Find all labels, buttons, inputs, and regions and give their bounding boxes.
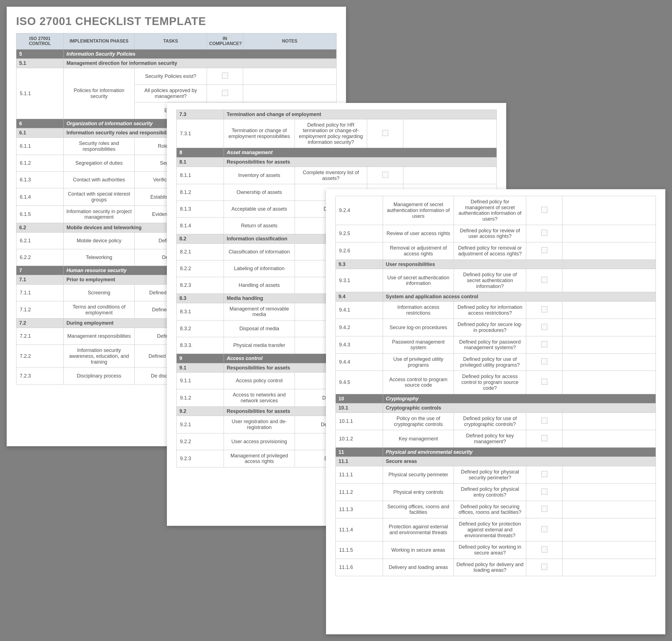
phase-cell: Use of privileged utility programs bbox=[383, 354, 454, 371]
task-cell: Defined policy for HR termination or cha… bbox=[295, 119, 367, 148]
compliance-cell bbox=[526, 196, 562, 225]
phase-cell: Physical security perimeter bbox=[383, 466, 454, 483]
checkbox-icon[interactable] bbox=[541, 506, 547, 512]
control-id: 7.1.2 bbox=[16, 301, 64, 318]
subsection-id: 9.3 bbox=[336, 260, 383, 269]
compliance-cell bbox=[526, 501, 562, 518]
notes-cell bbox=[562, 196, 656, 225]
control-id: 8.3.2 bbox=[177, 320, 224, 337]
checkbox-icon[interactable] bbox=[541, 379, 547, 385]
section-id: 10 bbox=[336, 394, 383, 404]
control-id: 8.3.3. bbox=[177, 337, 224, 354]
control-id: 8.1.1 bbox=[177, 167, 224, 184]
phase-cell: Physical media transfer bbox=[224, 337, 295, 354]
table-row: 9.4.4Use of privileged utility programsD… bbox=[336, 354, 656, 371]
checkbox-icon[interactable] bbox=[541, 564, 547, 570]
control-id: 9.4.4 bbox=[336, 354, 383, 371]
compliance-cell bbox=[367, 167, 403, 184]
checkbox-icon[interactable] bbox=[541, 324, 547, 330]
compliance-cell bbox=[526, 559, 562, 576]
control-id: 6.1.3 bbox=[16, 172, 64, 188]
table-row: 9.4.1Information access restrictionsDefi… bbox=[336, 301, 656, 318]
phase-cell: Information security in project manageme… bbox=[64, 206, 135, 223]
checkbox-icon[interactable] bbox=[541, 230, 547, 236]
control-id: 9.3.1 bbox=[336, 269, 383, 292]
table-row: 10.1.2Key managementDefined policy for k… bbox=[336, 430, 656, 447]
phase-cell: Disciplinary process bbox=[64, 368, 135, 384]
notes-cell bbox=[243, 85, 337, 102]
table-row: 7.3.1Termination or change of employment… bbox=[177, 119, 497, 148]
checkbox-icon[interactable] bbox=[541, 546, 547, 553]
checkbox-icon[interactable] bbox=[222, 90, 228, 96]
control-id: 7.2.2 bbox=[16, 345, 64, 368]
control-id: 8.3.1 bbox=[177, 303, 224, 320]
phase-cell: Review of user access rights bbox=[383, 225, 454, 242]
control-id: 7.3.1 bbox=[177, 119, 224, 148]
checkbox-icon[interactable] bbox=[541, 277, 547, 283]
subsection-id: 6.1 bbox=[16, 128, 64, 138]
table-row: 9.3.1Use of secret authentication inform… bbox=[336, 269, 656, 292]
phase-cell: Securing offices, rooms and facilities bbox=[383, 501, 454, 518]
notes-cell bbox=[562, 319, 656, 336]
phase-cell: Classification of information bbox=[224, 243, 295, 260]
table-header: ISO 27001 CONTROL IMPLEMENTATION PHASES … bbox=[16, 33, 337, 50]
phase-cell: Inventory of assets bbox=[224, 167, 295, 184]
task-cell: Defined policy for protection against ex… bbox=[454, 518, 526, 542]
phase-cell: Management responsibilities bbox=[64, 328, 135, 345]
control-id: 10.1.1 bbox=[336, 413, 383, 430]
subsection-id: 9.4 bbox=[336, 292, 383, 302]
checkbox-icon[interactable] bbox=[541, 526, 547, 532]
phase-cell: Teleworking bbox=[64, 249, 135, 266]
control-id: 11.1.6 bbox=[336, 559, 383, 576]
checkbox-icon[interactable] bbox=[541, 341, 547, 347]
subsection-row: 9.3User responsibilities bbox=[336, 260, 656, 269]
subsection-label: Cryptographic controls bbox=[383, 404, 656, 413]
checkbox-icon[interactable] bbox=[382, 130, 388, 136]
checkbox-icon[interactable] bbox=[541, 471, 547, 477]
control-id: 8.2.3 bbox=[177, 277, 224, 294]
table-row: 11.1.3Securing offices, rooms and facili… bbox=[336, 501, 656, 518]
checkbox-icon[interactable] bbox=[541, 358, 547, 365]
checkbox-icon[interactable] bbox=[541, 247, 547, 253]
checkbox-icon[interactable] bbox=[541, 207, 547, 213]
control-id: 9.2.1 bbox=[177, 416, 224, 433]
phase-cell: Mobile device policy bbox=[64, 232, 135, 249]
subsection-row: 11.1Secure areas bbox=[336, 457, 656, 466]
checkbox-icon[interactable] bbox=[222, 73, 228, 79]
phase-cell: Labeling of information bbox=[224, 260, 295, 277]
task-cell: Defined policy for use of cryptographic … bbox=[454, 413, 526, 430]
notes-cell bbox=[562, 225, 656, 242]
control-id: 8.1.4 bbox=[177, 218, 224, 234]
control-id: 9.2.3 bbox=[177, 450, 224, 467]
task-cell: Defined policy for key management? bbox=[454, 430, 526, 447]
subsection-id: 8.3 bbox=[177, 294, 224, 303]
control-id: 9.4.1 bbox=[336, 301, 383, 318]
section-row: 11Physical and environmental security bbox=[336, 447, 656, 457]
checkbox-icon[interactable] bbox=[382, 172, 388, 178]
control-id: 9.4.2 bbox=[336, 319, 383, 336]
section-row: 5Information Security Policies bbox=[16, 49, 337, 59]
compliance-cell bbox=[526, 371, 562, 394]
col-control: ISO 27001 CONTROL bbox=[16, 33, 64, 50]
section-id: 9 bbox=[177, 354, 224, 363]
notes-cell bbox=[562, 413, 656, 430]
notes-cell bbox=[403, 167, 497, 184]
control-id: 6.1.2 bbox=[16, 155, 64, 172]
task-cell: Defined policy for use of privileged uti… bbox=[454, 354, 526, 371]
phase-cell: Delivery and loading areas bbox=[383, 559, 454, 576]
checkbox-icon[interactable] bbox=[541, 306, 547, 312]
table-row: 11.1.5Working in secure areasDefined pol… bbox=[336, 542, 656, 559]
compliance-cell bbox=[526, 301, 562, 318]
control-id: 8.2.1 bbox=[177, 243, 224, 260]
task-cell: Defined policy for password management s… bbox=[454, 336, 526, 353]
checkbox-icon[interactable] bbox=[541, 418, 547, 424]
phase-cell: Information security awareness, educatio… bbox=[64, 345, 135, 368]
phase-cell: Policies for information security bbox=[64, 68, 135, 119]
subsection-label: User responsibilities bbox=[383, 260, 656, 269]
col-phases: IMPLEMENTATION PHASES bbox=[64, 33, 135, 50]
subsection-id: 7.1 bbox=[16, 275, 64, 285]
col-compliance: IN COMPLIANCE? bbox=[207, 33, 243, 50]
checkbox-icon[interactable] bbox=[541, 489, 547, 495]
phase-cell: Password management system bbox=[383, 336, 454, 353]
checkbox-icon[interactable] bbox=[541, 435, 547, 441]
